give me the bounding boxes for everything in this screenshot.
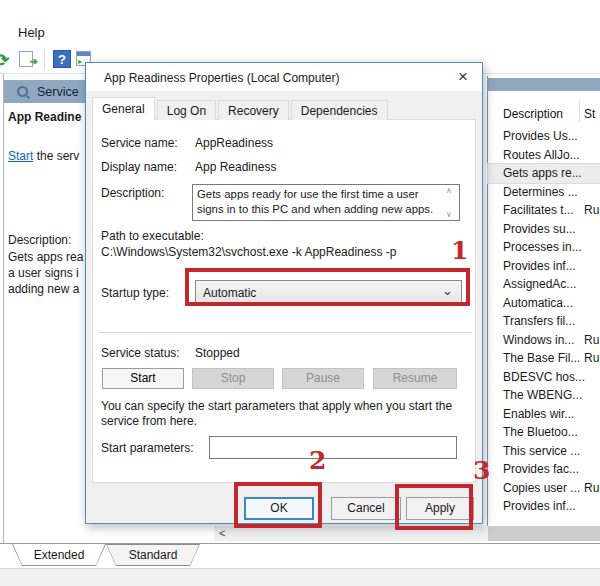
export-list-icon[interactable]: ➔ — [19, 51, 33, 67]
tab-general[interactable]: General — [92, 97, 155, 120]
column-header-description[interactable]: Description — [503, 107, 563, 121]
list-item[interactable]: Windows in...Ru — [488, 331, 600, 350]
play-icon: ▸ — [78, 57, 82, 66]
close-icon[interactable]: × — [452, 66, 474, 88]
list-item[interactable]: Enables wir... — [488, 405, 600, 424]
list-item[interactable]: The WBENG... — [488, 386, 600, 405]
toolbar-separator — [44, 49, 45, 69]
left-description-line: Gets apps rea — [8, 250, 86, 264]
list-item[interactable]: The Bluetoo... — [488, 423, 600, 442]
annotation-box-1 — [185, 268, 470, 306]
start-service-line: Start the serv — [8, 149, 86, 163]
start-parameters-input[interactable] — [209, 436, 457, 459]
resume-button: Resume — [373, 368, 457, 389]
list-item[interactable]: Provides fac... — [488, 460, 600, 479]
scroll-down-icon[interactable]: ∨ — [446, 210, 452, 219]
list-item-selected[interactable]: Gets apps re... — [488, 164, 600, 183]
column-separator[interactable] — [579, 100, 580, 122]
tab-recovery[interactable]: Recovery — [218, 100, 289, 120]
left-description-line: adding new a — [8, 282, 86, 296]
tab-dependencies[interactable]: Dependencies — [291, 100, 388, 120]
column-header-status[interactable]: St — [584, 107, 595, 121]
path-value: C:\Windows\System32\svchost.exe -k AppRe… — [101, 245, 396, 259]
list-item[interactable]: AssignedAc... — [488, 275, 600, 294]
start-parameters-label: Start parameters: — [101, 441, 194, 455]
scroll-left-icon[interactable]: < — [219, 527, 225, 539]
service-name-value: AppReadiness — [195, 136, 273, 150]
stop-button: Stop — [192, 368, 274, 389]
annotation-number-3: 3 — [473, 456, 490, 485]
left-description-line: a user signs i — [8, 266, 86, 280]
status-bar — [0, 568, 600, 586]
dialog-tabstrip: General Log On Recovery Dependencies — [92, 97, 390, 120]
list-item[interactable]: Provides su... — [488, 220, 600, 239]
service-status-value: Stopped — [195, 346, 240, 360]
tab-standard[interactable]: Standard — [106, 544, 200, 566]
tab-extended[interactable]: Extended — [12, 544, 106, 566]
dialog-title: App Readiness Properties (Local Computer… — [104, 71, 339, 85]
service-name-label: Service name: — [101, 136, 178, 150]
window-titlebar-glyph — [77, 52, 90, 56]
left-description-label: Description: — [8, 233, 86, 247]
start-parameters-note: You can specify the start parameters tha… — [101, 399, 473, 429]
list-item[interactable]: Routes AllJo... — [488, 146, 600, 165]
tab-standard-label: Standard — [106, 548, 200, 562]
list-item[interactable]: Determines ... — [488, 183, 600, 202]
list-item[interactable]: Provides inf... — [488, 257, 600, 276]
start-service-rest: the serv — [33, 149, 79, 163]
list-item[interactable]: Processes in... — [488, 238, 600, 257]
cancel-button[interactable]: Cancel — [331, 497, 401, 520]
tab-extended-label: Extended — [12, 548, 106, 562]
menu-bar: Help — [0, 22, 600, 44]
services-gear-icon — [17, 86, 28, 97]
list-item[interactable]: The Base Fil...Ru — [488, 349, 600, 368]
tab-log-on[interactable]: Log On — [157, 100, 216, 120]
list-item[interactable]: Provides Us... — [488, 127, 600, 146]
services-list-topstrip — [487, 78, 600, 91]
scroll-up-icon[interactable]: ∧ — [446, 186, 452, 195]
services-list: Provides Us... Routes AllJo... Gets apps… — [488, 127, 600, 516]
service-status-label: Service status: — [101, 346, 180, 360]
display-name-label: Display name: — [101, 160, 177, 174]
display-name-value: App Readiness — [195, 160, 276, 174]
refresh-icon[interactable]: ⟳ — [0, 50, 9, 71]
menu-help[interactable]: Help — [18, 25, 45, 40]
annotation-box-2 — [234, 482, 322, 528]
help-icon[interactable]: ? — [53, 50, 71, 68]
dialog-titlebar[interactable]: App Readiness Properties (Local Computer… — [86, 63, 482, 91]
pause-button: Pause — [282, 368, 364, 389]
list-item[interactable]: Provides inf... — [488, 497, 600, 516]
annotation-number-1: 1 — [451, 236, 468, 265]
path-label: Path to executable: — [101, 229, 204, 243]
start-button[interactable]: Start — [102, 368, 184, 389]
separator — [98, 332, 472, 333]
selected-service-name: App Readine — [8, 110, 86, 124]
horizontal-scrollbar-thumb[interactable] — [488, 526, 600, 541]
annotation-box-3 — [395, 484, 473, 530]
description-label: Description: — [101, 186, 164, 200]
list-item[interactable]: BDESVC hos... — [488, 368, 600, 387]
panel-left-border — [3, 74, 4, 543]
list-item[interactable]: Automatica... — [488, 294, 600, 313]
description-field[interactable]: Gets apps ready for use the first time a… — [192, 184, 460, 221]
list-item[interactable]: Copies user ...Ru — [488, 479, 600, 498]
annotation-number-2: 2 — [309, 446, 326, 475]
start-service-link[interactable]: Start — [8, 149, 33, 163]
list-item[interactable]: Transfers fil... — [488, 312, 600, 331]
list-item[interactable]: This service ... — [488, 442, 600, 461]
list-item[interactable]: Facilitates t...Ru — [488, 201, 600, 220]
export-arrow-icon: ➔ — [30, 56, 38, 67]
services-panel-title: Service — [37, 85, 79, 99]
startup-type-label: Startup type: — [101, 286, 169, 300]
